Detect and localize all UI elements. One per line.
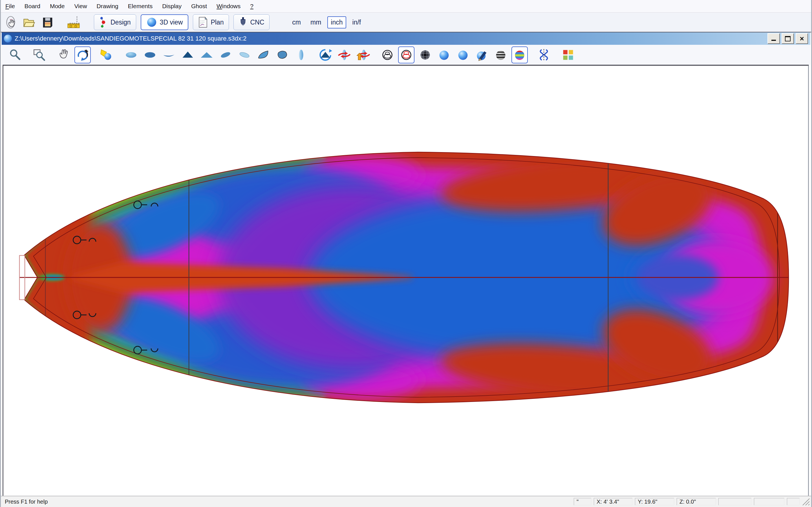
status-empty-cell-3	[787, 498, 800, 505]
view-tilt-left-icon[interactable]	[217, 47, 234, 63]
resize-grip[interactable]	[802, 498, 809, 505]
3d-view-button[interactable]: 3D view	[141, 14, 189, 30]
view-nose-icon[interactable]	[293, 47, 309, 63]
view-front-icon[interactable]	[180, 47, 196, 63]
rotate-front-view-icon[interactable]	[317, 47, 334, 63]
design-button[interactable]: Design	[94, 14, 136, 30]
unit-inf[interactable]: in/f	[349, 16, 364, 29]
close-icon: ×	[800, 36, 804, 41]
status-x-coordinate: X: 4' 3.4"	[594, 498, 632, 505]
design-nodes-icon	[99, 17, 108, 28]
app-icon	[4, 35, 12, 43]
main-toolbar: Design 3D view Plan CNC cm mm inch in/f	[1, 13, 811, 33]
new-board-wizard-icon[interactable]	[4, 15, 18, 30]
plan-button[interactable]: Plan	[193, 14, 229, 30]
curvature-map-view-icon[interactable]	[511, 47, 528, 63]
cnc-button[interactable]: CNC	[234, 14, 269, 30]
document-title-bar: Z:\Users\dennery\Downloads\SANDIEGOMOTEL…	[2, 33, 810, 45]
shaded-design-view-icon[interactable]	[474, 47, 490, 63]
board-render	[3, 65, 809, 496]
minimize-icon	[771, 36, 776, 41]
view-perspective-icon[interactable]	[274, 47, 290, 63]
maximize-icon	[785, 36, 791, 41]
document-title: Z:\Users\dennery\Downloads\SANDIEGOMOTEL…	[15, 35, 246, 42]
zoom-in-icon[interactable]	[7, 47, 23, 63]
minimize-button[interactable]	[767, 33, 780, 44]
view-toolbar	[2, 45, 810, 65]
wireframe-view-icon[interactable]	[379, 47, 396, 63]
status-unit-cell: "	[574, 498, 591, 505]
symmetry-mode-icon[interactable]	[536, 47, 552, 63]
shaded-view-icon[interactable]	[436, 47, 452, 63]
viewport-3d[interactable]	[3, 65, 809, 496]
menu-bar: File Board Mode View Drawing Elements Di…	[1, 0, 811, 13]
view-quarter-icon[interactable]	[255, 47, 271, 63]
mesh-view-icon[interactable]	[417, 47, 434, 63]
menu-drawing[interactable]: Drawing	[97, 3, 118, 10]
multi-view-icon[interactable]	[560, 47, 576, 63]
status-y-coordinate: Y: 19.6"	[635, 498, 674, 505]
menu-display[interactable]: Display	[162, 3, 182, 10]
unit-cm[interactable]: cm	[289, 16, 304, 29]
menu-board[interactable]: Board	[24, 3, 40, 10]
unit-mm[interactable]: mm	[307, 16, 324, 29]
rotate-view-icon[interactable]	[74, 47, 91, 63]
shape3d-window: File Board Mode View Drawing Elements Di…	[0, 0, 812, 507]
pan-hand-icon[interactable]	[56, 47, 72, 63]
menu-elements[interactable]: Elements	[128, 3, 153, 10]
cnc-bit-icon	[239, 17, 247, 28]
status-empty-cell-1	[718, 498, 751, 505]
close-button[interactable]: ×	[796, 33, 808, 44]
view-back-icon[interactable]	[199, 47, 215, 63]
status-bar: Press F1 for help " X: 4' 3.4" Y: 19.6" …	[1, 496, 811, 507]
status-empty-cell-2	[754, 498, 784, 505]
light-icon[interactable]	[99, 47, 115, 63]
view-bottom-icon[interactable]	[142, 47, 158, 63]
status-z-coordinate: Z: 0.0"	[677, 498, 716, 505]
view-tilt-right-icon[interactable]	[236, 47, 253, 63]
menu-view[interactable]: View	[74, 3, 87, 10]
plan-document-icon	[198, 17, 208, 28]
sphere-icon	[146, 17, 157, 27]
maximize-button[interactable]	[781, 33, 794, 44]
wireframe-design-view-icon[interactable]	[398, 47, 414, 63]
menu-file[interactable]: File	[5, 3, 15, 10]
spin-horizontal-icon[interactable]	[336, 47, 352, 63]
unit-selector: cm mm inch in/f	[286, 16, 364, 29]
menu-windows[interactable]: Windows	[216, 3, 241, 10]
dimensions-icon[interactable]	[66, 15, 81, 30]
menu-mode[interactable]: Mode	[50, 3, 65, 10]
zoom-window-icon[interactable]	[31, 47, 48, 63]
save-file-icon[interactable]	[40, 15, 55, 30]
status-help-text: Press F1 for help	[5, 499, 48, 505]
menu-ghost[interactable]: Ghost	[191, 3, 207, 10]
unit-inch[interactable]: inch	[327, 16, 346, 29]
view-top-icon[interactable]	[123, 47, 139, 63]
slices-view-icon[interactable]	[493, 47, 509, 63]
open-file-icon[interactable]	[22, 15, 36, 30]
smooth-shaded-view-icon[interactable]	[455, 47, 471, 63]
spin-flip-icon[interactable]	[355, 47, 371, 63]
view-side-icon[interactable]	[161, 47, 177, 63]
menu-help[interactable]: ?	[250, 3, 253, 10]
